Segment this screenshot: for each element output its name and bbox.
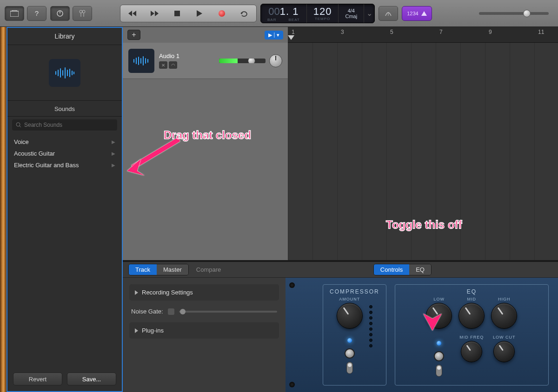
chevron-right-icon: ▶: [112, 151, 115, 156]
tuner-button[interactable]: [379, 6, 398, 21]
wood-edge: [0, 27, 7, 392]
tempo-value: 120: [313, 7, 332, 17]
editors-toggle-button[interactable]: [73, 6, 92, 21]
svg-rect-7: [174, 11, 180, 16]
master-volume-slider[interactable]: [479, 12, 549, 15]
compressor-toggle[interactable]: [346, 362, 353, 374]
meter-leds: [369, 297, 372, 374]
key-signature: Cmaj: [345, 13, 357, 19]
beat-value: 1: [292, 6, 299, 17]
inspector-column: Recording Settings Noise Gate: Plug-ins: [123, 278, 286, 392]
noise-gate-slider[interactable]: [179, 311, 277, 313]
search-icon: [16, 122, 21, 128]
timeline-ruler[interactable]: 1 3 5 7 9 11: [288, 27, 558, 43]
lcd-display[interactable]: 001. 1 BARBEAT 120 TEMPO 4/4 Cmaj ⌄: [260, 4, 375, 23]
compare-button[interactable]: Compare: [196, 266, 221, 273]
tab-track[interactable]: Track: [129, 264, 157, 275]
eq-high-knob[interactable]: [491, 303, 517, 329]
svg-point-18: [16, 123, 20, 126]
library-title: Library: [7, 28, 122, 45]
lcd-dropdown-chevron[interactable]: ⌄: [364, 4, 374, 23]
arrange-area[interactable]: [288, 43, 558, 260]
svg-point-4: [82, 10, 85, 13]
track-name: Audio 1: [159, 52, 179, 59]
category-voice[interactable]: Voice▶: [7, 136, 122, 148]
library-toggle-button[interactable]: [5, 6, 24, 21]
save-button[interactable]: Save...: [67, 372, 116, 385]
screw-icon: [289, 382, 295, 387]
bar-value: 1: [280, 6, 286, 17]
transport-controls: [120, 5, 257, 22]
jack-icon: [434, 351, 444, 361]
eq-lowcut-knob[interactable]: [493, 341, 515, 362]
chevron-right-icon: ▶: [112, 163, 115, 168]
tab-master[interactable]: Master: [157, 264, 188, 275]
metronome-icon: [421, 11, 427, 16]
svg-point-3: [80, 10, 82, 13]
count-in-button[interactable]: 1234: [402, 6, 432, 21]
chevron-right-icon: ▶: [112, 139, 115, 144]
plugins-row[interactable]: Plug-ins: [129, 322, 279, 339]
eq-toggle[interactable]: [436, 365, 442, 377]
smart-controls-toggle-button[interactable]: [50, 6, 70, 21]
rewind-button[interactable]: [121, 6, 144, 21]
play-button[interactable]: [188, 6, 211, 21]
view-segment: Controls EQ: [373, 264, 432, 275]
track-header[interactable]: Audio 1 ✕ ◠: [123, 43, 288, 79]
noise-gate-row: Noise Gate:: [129, 305, 279, 318]
catch-playhead-button[interactable]: ▶│▾: [265, 31, 283, 39]
category-acoustic-guitar[interactable]: Acoustic Guitar▶: [7, 148, 122, 159]
add-track-button[interactable]: +: [127, 30, 140, 40]
stop-button[interactable]: [166, 6, 188, 21]
eq-mid-knob[interactable]: [458, 303, 485, 329]
eq-panel: EQ LOW M: [395, 284, 549, 385]
sounds-header: Sounds: [7, 101, 122, 117]
noise-gate-toggle[interactable]: [168, 308, 174, 315]
revert-button[interactable]: Revert: [13, 372, 62, 385]
tab-eq[interactable]: EQ: [409, 264, 431, 275]
tab-controls[interactable]: Controls: [374, 264, 409, 275]
cycle-button[interactable]: [233, 6, 255, 21]
record-icon: [219, 10, 225, 17]
compressor-led: [347, 338, 352, 343]
svg-rect-0: [10, 11, 19, 17]
patch-icon: [49, 59, 80, 87]
time-signature: 4/4: [348, 8, 355, 13]
quick-help-button[interactable]: ?: [27, 6, 46, 21]
compressor-panel: COMPRESSOR AMOUNT: [323, 284, 386, 385]
bar-dim: 00: [268, 6, 279, 17]
svg-line-19: [20, 126, 21, 127]
monitor-button[interactable]: ◠: [169, 61, 177, 69]
disclosure-triangle-icon: [135, 328, 138, 333]
track-headers-column: Audio 1 ✕ ◠: [123, 43, 288, 260]
category-electric-guitar-bass[interactable]: Electric Guitar and Bass▶: [7, 159, 122, 171]
track-type-icon: [128, 49, 154, 73]
track-volume-slider[interactable]: [219, 59, 266, 63]
disclosure-triangle-icon: [135, 290, 138, 295]
search-input[interactable]: Search Sounds: [12, 119, 117, 131]
eq-low-knob[interactable]: [426, 303, 452, 329]
forward-button[interactable]: [144, 6, 166, 21]
jack-icon: [345, 348, 355, 359]
record-button[interactable]: [211, 6, 233, 21]
screw-icon: [289, 282, 295, 288]
library-preview: [7, 45, 122, 101]
eq-midfreq-knob[interactable]: [461, 341, 482, 362]
mute-button[interactable]: ✕: [159, 61, 167, 69]
waveform-icon: [54, 66, 75, 80]
smart-controls-surface: COMPRESSOR AMOUNT: [286, 278, 558, 392]
compressor-amount-knob[interactable]: [337, 303, 363, 329]
category-list: Voice▶ Acoustic Guitar▶ Electric Guitar …: [7, 133, 122, 174]
smart-controls-panel: Track Master Compare Controls EQ Recordi…: [123, 260, 558, 392]
playhead[interactable]: [288, 35, 294, 40]
eq-led: [437, 341, 441, 346]
pan-knob[interactable]: [269, 54, 282, 67]
recording-settings-row[interactable]: Recording Settings: [129, 284, 279, 301]
library-panel: Library Sounds Search Sounds Voice▶ Acou…: [7, 27, 123, 392]
track-master-segment: Track Master: [128, 264, 189, 275]
toolbar: ? 001. 1 BARBEAT 120 TEMPO 4/4 Cmaj ⌄ 12…: [0, 0, 558, 27]
